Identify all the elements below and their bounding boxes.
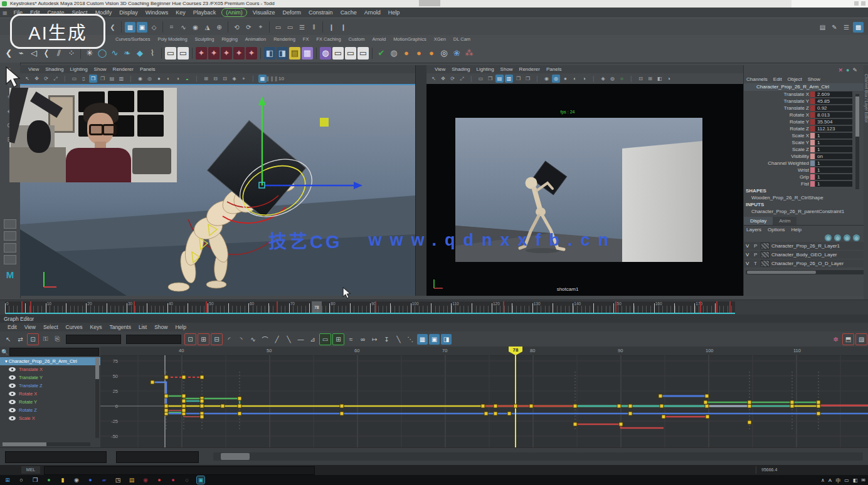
vpl-icon-15[interactable]: ●: [155, 75, 163, 83]
maroon-4-icon[interactable]: ✦: [233, 47, 245, 60]
locator-square[interactable]: [320, 118, 329, 127]
channel-value[interactable]: 1: [815, 174, 852, 180]
history-icon[interactable]: ⟲: [231, 22, 242, 33]
vpl-icon-8[interactable]: ❒: [89, 75, 97, 83]
channel-row[interactable]: Translate X2.609: [744, 91, 868, 98]
graph-tool-8-icon[interactable]: ⊡: [184, 333, 196, 345]
channel-value[interactable]: 1: [815, 133, 852, 138]
channel-row[interactable]: Translate Y45.85: [744, 98, 868, 105]
vpl-icon-4[interactable]: ⤢: [51, 75, 60, 83]
shelf-tab-motiongraphics[interactable]: MotionGraphics: [389, 35, 430, 43]
select-hierarchy-icon[interactable]: ▦: [125, 22, 135, 33]
viewport-left-menu-lighting[interactable]: Lighting: [67, 66, 91, 72]
graph-tool-right-3-icon[interactable]: ▨: [855, 333, 867, 345]
channel-row[interactable]: Rotate Y35.504: [744, 118, 868, 125]
menu-windows[interactable]: Windows: [142, 8, 172, 18]
search-input[interactable]: [9, 348, 99, 356]
vpr-icon-25[interactable]: ◧: [655, 75, 664, 83]
viewport-right-menu-renderer[interactable]: Renderer: [516, 66, 543, 72]
snap-curve-icon[interactable]: ∿: [178, 22, 189, 33]
close-icon[interactable]: [861, 1, 865, 6]
vpl-icon-22[interactable]: ⊡: [221, 75, 229, 83]
channel-row[interactable]: Fist1: [744, 180, 868, 187]
vpr-icon-3[interactable]: ⟳: [448, 75, 457, 83]
layout-preset-4[interactable]: [4, 255, 16, 264]
cam-b-icon[interactable]: ▭: [345, 47, 356, 60]
vpr-icon-24[interactable]: ⊞: [646, 75, 654, 83]
vpl-icon-16[interactable]: ◐: [164, 75, 172, 83]
graph-menu-keys[interactable]: Keys: [87, 324, 106, 330]
vpr-icon-17[interactable]: ◑: [580, 75, 588, 83]
arnold-render-icon[interactable]: ✔: [376, 47, 387, 60]
graph-tool-28-icon[interactable]: ▣: [429, 334, 440, 345]
snap-point-icon[interactable]: ◉: [190, 22, 201, 33]
render-frame-icon[interactable]: ▭: [273, 22, 283, 33]
search-icon[interactable]: ○: [18, 476, 25, 484]
graph-menu-edit[interactable]: Edit: [4, 324, 21, 330]
vpr-icon-7[interactable]: ❒: [486, 75, 494, 83]
layer-visibility-toggle[interactable]: V: [746, 261, 752, 266]
stat-value-field[interactable]: [116, 451, 199, 463]
vpl-icon-6[interactable]: ▭: [70, 75, 78, 83]
vpl-icon-18[interactable]: ◒: [183, 75, 191, 83]
command-input[interactable]: [44, 466, 315, 475]
vpr-icon-8[interactable]: ▤: [495, 75, 504, 83]
divider-b-icon[interactable]: ❙: [338, 22, 349, 33]
vpl-icon-14[interactable]: ◎: [146, 75, 154, 83]
viewport-left-menu-shading[interactable]: Shading: [42, 66, 66, 72]
tray-icon-6[interactable]: ✉: [861, 477, 865, 483]
viewport-right-menu-lighting[interactable]: Lighting: [474, 66, 497, 72]
area-light-icon[interactable]: ●: [413, 47, 425, 60]
task-view-icon[interactable]: ❒: [31, 476, 39, 484]
graph-tool-26-icon[interactable]: ⋱: [405, 334, 416, 345]
render-settings-icon[interactable]: ☰: [297, 22, 307, 33]
minimize-icon[interactable]: [854, 1, 859, 6]
graph-menu-show[interactable]: Show: [151, 324, 171, 330]
tray-icon-1[interactable]: ∧: [821, 477, 825, 483]
vpr-icon-9[interactable]: ▥: [505, 75, 513, 83]
viewport-right-menu-shading[interactable]: Shading: [448, 66, 473, 72]
graph-menu-curves[interactable]: Curves: [62, 324, 87, 330]
channel-value[interactable]: 1: [815, 160, 852, 166]
viewport-left-menu-panels[interactable]: Panels: [137, 66, 158, 72]
ipr-render-icon[interactable]: ▭: [285, 22, 295, 33]
graph-tool-17-icon[interactable]: —: [295, 334, 306, 345]
viewport-shotcam[interactable]: ViewShadingLightingShowRendererPanels ↖✥…: [426, 65, 743, 296]
layer-menu-options[interactable]: Options: [768, 227, 785, 232]
edit-icon[interactable]: ✎: [852, 67, 857, 73]
eye-icon[interactable]: [9, 367, 16, 372]
graph-stat-field[interactable]: [66, 335, 121, 344]
shelf-tab-sculpting[interactable]: Sculpting: [191, 35, 218, 43]
graph-menu-view[interactable]: View: [21, 324, 40, 330]
channel-value[interactable]: 8.013: [815, 112, 852, 118]
channel-value[interactable]: on: [815, 154, 852, 159]
layer-playback-toggle[interactable]: T: [754, 261, 759, 266]
channel-value[interactable]: 45.85: [815, 98, 852, 104]
shelf-tab-rigging[interactable]: Rigging: [218, 35, 241, 43]
layout-preset-2[interactable]: [4, 231, 16, 241]
graph-tool-15-icon[interactable]: ╱: [272, 334, 282, 345]
divider-a-icon[interactable]: ❙: [326, 22, 337, 33]
maroon-3-icon[interactable]: ✦: [221, 47, 232, 60]
tray-icon-4[interactable]: ▭: [844, 477, 849, 483]
layer-visibility-toggle[interactable]: V: [746, 243, 752, 249]
channel-row[interactable]: Wrist1: [744, 167, 868, 174]
modeling-toolkit-icon[interactable]: ▩: [853, 22, 864, 33]
arnold-sphere-icon[interactable]: ◍: [388, 47, 400, 60]
text-tool-icon[interactable]: ⌇: [147, 47, 158, 60]
nurbs-square-icon[interactable]: ◆: [134, 47, 146, 60]
menu-cache[interactable]: Cache: [337, 8, 361, 18]
vpl-icon-10[interactable]: ▤: [108, 75, 116, 83]
outliner-channel-row[interactable]: Translate X: [0, 365, 100, 373]
channel-box-scrollbar[interactable]: [855, 94, 859, 189]
channel-value[interactable]: 0.92: [815, 105, 852, 111]
title-bar-tab[interactable]: [419, 0, 440, 6]
vpr-icon-20[interactable]: ◍: [608, 75, 617, 83]
viewport-right-menu-view[interactable]: View: [431, 66, 448, 72]
timeline-playhead[interactable]: 78: [312, 301, 322, 314]
graph-tool-13-icon[interactable]: ∿: [248, 334, 258, 345]
layer-row[interactable]: VPCharacter_Prop_26_R_Layer1: [744, 242, 868, 250]
bezier-icon[interactable]: ❧: [122, 47, 133, 60]
anchor-icon[interactable]: ●: [846, 67, 849, 73]
graph-tool-3-icon[interactable]: ⊡: [27, 333, 39, 345]
